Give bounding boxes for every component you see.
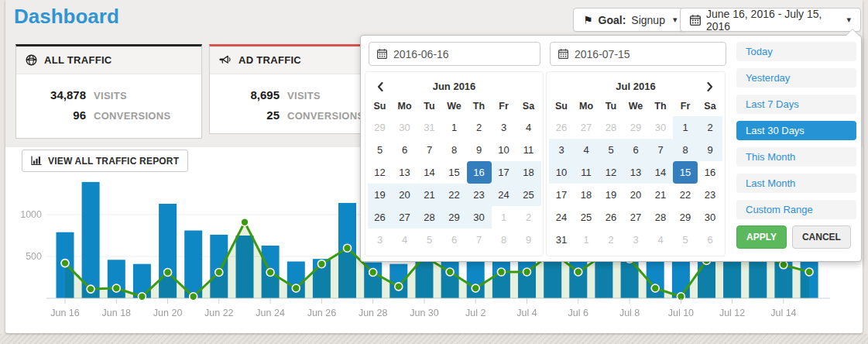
calendar-day[interactable]: 15 bbox=[673, 161, 698, 184]
calendar-day[interactable]: 30 bbox=[698, 206, 722, 229]
calendar-day[interactable]: 30 bbox=[467, 206, 492, 229]
calendar-day[interactable]: 8 bbox=[492, 229, 516, 251]
calendar-day[interactable]: 23 bbox=[467, 184, 492, 206]
range-option-last-month[interactable]: Last Month bbox=[736, 174, 856, 193]
calendar-day[interactable]: 30 bbox=[648, 116, 673, 139]
calendar-day[interactable]: 17 bbox=[549, 184, 574, 206]
calendar-day[interactable]: 24 bbox=[492, 184, 516, 206]
calendar-day[interactable]: 2 bbox=[516, 206, 541, 229]
calendar-day[interactable]: 19 bbox=[599, 184, 623, 206]
calendar-day[interactable]: 9 bbox=[698, 139, 722, 161]
calendar-day[interactable]: 4 bbox=[574, 139, 599, 161]
calendar-day[interactable]: 2 bbox=[467, 116, 492, 139]
date-range-dropdown-button[interactable]: June 16, 2016 - July 15, 2016 ▾ bbox=[680, 8, 861, 32]
calendar-day[interactable]: 19 bbox=[368, 184, 393, 206]
calendar-day[interactable]: 12 bbox=[599, 161, 623, 184]
calendar-day[interactable]: 18 bbox=[516, 161, 541, 184]
calendar-day[interactable]: 1 bbox=[442, 116, 467, 139]
view-all-traffic-report-button[interactable]: VIEW ALL TRAFFIC REPORT bbox=[22, 150, 188, 172]
range-option-custom-range[interactable]: Custom Range bbox=[736, 200, 856, 219]
calendar-day[interactable]: 17 bbox=[492, 161, 516, 184]
calendar-day[interactable]: 4 bbox=[648, 229, 673, 251]
calendar-day[interactable]: 27 bbox=[623, 206, 648, 229]
calendar-day[interactable]: 7 bbox=[648, 139, 673, 161]
apply-button[interactable]: APPLY bbox=[736, 225, 787, 249]
calendar-day[interactable]: 26 bbox=[599, 206, 623, 229]
calendar-day[interactable]: 6 bbox=[442, 229, 467, 251]
end-date-input[interactable] bbox=[575, 48, 718, 60]
calendar-day[interactable]: 29 bbox=[442, 206, 467, 229]
range-option-today[interactable]: Today bbox=[736, 42, 856, 61]
calendar-day[interactable]: 25 bbox=[574, 206, 599, 229]
calendar-day[interactable]: 10 bbox=[549, 161, 574, 184]
calendar-day[interactable]: 9 bbox=[467, 139, 492, 161]
prev-month-button[interactable] bbox=[371, 76, 389, 97]
calendar-day[interactable]: 11 bbox=[516, 139, 541, 161]
calendar-day[interactable]: 7 bbox=[467, 229, 492, 251]
calendar-day[interactable]: 26 bbox=[549, 116, 574, 139]
next-month-button[interactable] bbox=[701, 76, 719, 97]
calendar-day[interactable]: 3 bbox=[549, 139, 574, 161]
calendar-day[interactable]: 27 bbox=[393, 206, 417, 229]
calendar-day[interactable]: 24 bbox=[549, 206, 574, 229]
calendar-day[interactable]: 8 bbox=[673, 139, 698, 161]
calendar-day[interactable]: 2 bbox=[599, 229, 623, 251]
calendar-day[interactable]: 3 bbox=[492, 116, 516, 139]
calendar-day[interactable]: 29 bbox=[673, 206, 698, 229]
calendar-day[interactable]: 7 bbox=[417, 139, 442, 161]
calendar-day[interactable]: 10 bbox=[492, 139, 516, 161]
calendar-day[interactable]: 6 bbox=[393, 139, 417, 161]
calendar-day[interactable]: 16 bbox=[467, 161, 492, 184]
calendar-day[interactable]: 15 bbox=[442, 161, 467, 184]
calendar-day[interactable]: 11 bbox=[574, 161, 599, 184]
calendar-day[interactable]: 3 bbox=[368, 229, 393, 251]
range-option-last-30-days[interactable]: Last 30 Days bbox=[736, 121, 856, 140]
calendar-day[interactable]: 1 bbox=[492, 206, 516, 229]
calendar-day[interactable]: 5 bbox=[673, 229, 698, 251]
calendar-day[interactable]: 31 bbox=[549, 229, 574, 251]
calendar-day[interactable]: 1 bbox=[574, 229, 599, 251]
start-date-input[interactable] bbox=[393, 48, 532, 60]
calendar-day[interactable]: 14 bbox=[648, 161, 673, 184]
calendar-day[interactable]: 13 bbox=[623, 161, 648, 184]
cancel-button[interactable]: CANCEL bbox=[792, 225, 851, 249]
calendar-day[interactable]: 21 bbox=[417, 184, 442, 206]
calendar-day[interactable]: 20 bbox=[623, 184, 648, 206]
range-option-yesterday[interactable]: Yesterday bbox=[736, 68, 856, 88]
calendar-day[interactable]: 5 bbox=[417, 229, 442, 251]
calendar-day[interactable]: 25 bbox=[516, 184, 541, 206]
calendar-day[interactable]: 3 bbox=[623, 229, 648, 251]
calendar-day[interactable]: 22 bbox=[673, 184, 698, 206]
calendar-day[interactable]: 4 bbox=[393, 229, 417, 251]
calendar-day[interactable]: 16 bbox=[698, 161, 722, 184]
calendar-day[interactable]: 2 bbox=[698, 116, 722, 139]
calendar-day[interactable]: 6 bbox=[698, 229, 722, 251]
calendar-day[interactable]: 4 bbox=[516, 116, 541, 139]
calendar-day[interactable]: 27 bbox=[574, 116, 599, 139]
calendar-day[interactable]: 12 bbox=[368, 161, 393, 184]
range-option-last-7-days[interactable]: Last 7 Days bbox=[736, 95, 856, 114]
calendar-day[interactable]: 8 bbox=[442, 139, 467, 161]
calendar-day[interactable]: 23 bbox=[698, 184, 722, 206]
calendar-day[interactable]: 13 bbox=[393, 161, 417, 184]
range-option-this-month[interactable]: This Month bbox=[736, 147, 856, 167]
calendar-day[interactable]: 29 bbox=[623, 116, 648, 139]
calendar-day[interactable]: 9 bbox=[516, 229, 541, 251]
calendar-day[interactable]: 18 bbox=[574, 184, 599, 206]
calendar-day[interactable]: 28 bbox=[417, 206, 442, 229]
calendar-day[interactable]: 29 bbox=[368, 116, 393, 139]
calendar-day[interactable]: 26 bbox=[368, 206, 393, 229]
calendar-day[interactable]: 28 bbox=[648, 206, 673, 229]
calendar-day[interactable]: 28 bbox=[599, 116, 623, 139]
calendar-day[interactable]: 31 bbox=[417, 116, 442, 139]
calendar-day[interactable]: 5 bbox=[599, 139, 623, 161]
calendar-day[interactable]: 20 bbox=[393, 184, 417, 206]
calendar-day[interactable]: 6 bbox=[623, 139, 648, 161]
calendar-day[interactable]: 1 bbox=[673, 116, 698, 139]
calendar-day[interactable]: 14 bbox=[417, 161, 442, 184]
calendar-day[interactable]: 5 bbox=[368, 139, 393, 161]
calendar-day[interactable]: 21 bbox=[648, 184, 673, 206]
goal-dropdown-button[interactable]: ⚑ Goal: Signup ▾ bbox=[573, 8, 687, 32]
calendar-day[interactable]: 22 bbox=[442, 184, 467, 206]
calendar-day[interactable]: 30 bbox=[393, 116, 417, 139]
